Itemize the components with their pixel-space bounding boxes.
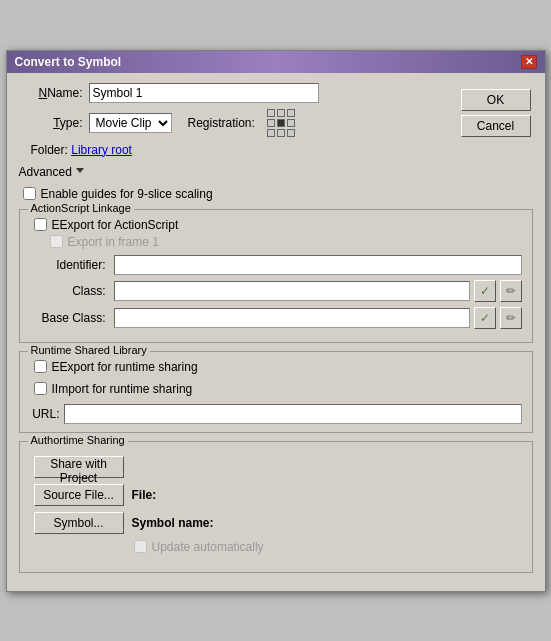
actionscript-group-title: ActionScript Linkage	[28, 202, 134, 214]
ok-button[interactable]: OK	[461, 89, 531, 111]
advanced-toggle[interactable]: Advanced	[19, 165, 533, 179]
dialog-body: NName: Type: Movie Clip Button Graphic R…	[7, 73, 545, 591]
reg-dot-7	[277, 129, 285, 137]
type-select-wrap: Movie Clip Button Graphic Registration:	[89, 109, 295, 137]
symbol-name-label: Symbol name:	[132, 516, 214, 530]
authortime-group: Authortime Sharing Share with Project So…	[19, 441, 533, 573]
close-button[interactable]: ✕	[521, 55, 537, 69]
symbol-button[interactable]: Symbol...	[34, 512, 124, 534]
reg-dot-1	[277, 109, 285, 117]
registration-label: Registration:	[188, 116, 255, 130]
update-auto-row: Update automatically	[34, 540, 518, 554]
runtime-shared-group: Runtime Shared Library EExport for runti…	[19, 351, 533, 433]
base-class-edit-button[interactable]: ✏	[500, 307, 522, 329]
reg-dot-2	[287, 109, 295, 117]
identifier-row: Identifier:	[30, 255, 522, 275]
reg-dot-6	[267, 129, 275, 137]
url-label: URL:	[30, 407, 60, 421]
export-runtime-label: EExport for runtime sharing	[52, 360, 198, 374]
import-runtime-checkbox[interactable]	[34, 382, 47, 395]
dialog-title: Convert to Symbol	[15, 55, 122, 69]
advanced-label: Advanced	[19, 165, 72, 179]
class-label: Class:	[30, 284, 110, 298]
import-runtime-row: IImport for runtime sharing	[30, 382, 522, 396]
update-auto-label: Update automatically	[152, 540, 264, 554]
reg-dot-4	[277, 119, 285, 127]
advanced-arrow-icon	[76, 168, 84, 177]
identifier-label: Identifier:	[30, 258, 110, 272]
name-row: NName:	[19, 83, 453, 103]
authortime-inner: Share with Project Source File... File: …	[30, 450, 522, 566]
url-row: URL:	[30, 404, 522, 424]
source-file-row: Source File... File:	[34, 484, 518, 506]
folder-label: Folder:	[31, 143, 68, 157]
top-section: NName: Type: Movie Clip Button Graphic R…	[19, 83, 533, 165]
base-class-row: Base Class: ✓ ✏	[30, 307, 522, 329]
class-row: Class: ✓ ✏	[30, 280, 522, 302]
class-input[interactable]	[114, 281, 470, 301]
name-input[interactable]	[89, 83, 319, 103]
class-edit-button[interactable]: ✏	[500, 280, 522, 302]
export-as-row: EExport for ActionScript	[30, 218, 522, 232]
convert-to-symbol-dialog: Convert to Symbol ✕ NName: Type: Movie C…	[6, 50, 546, 592]
type-select[interactable]: Movie Clip Button Graphic	[89, 113, 172, 133]
symbol-row: Symbol... Symbol name:	[34, 512, 518, 534]
source-file-button[interactable]: Source File...	[34, 484, 124, 506]
guides-checkbox-row: Enable guides for 9-slice scaling	[19, 187, 533, 201]
export-frame-checkbox[interactable]	[50, 235, 63, 248]
name-label: NName:	[19, 86, 89, 100]
title-bar: Convert to Symbol ✕	[7, 51, 545, 73]
export-as-label: EExport for ActionScript	[52, 218, 179, 232]
actionscript-group: ActionScript Linkage EExport for ActionS…	[19, 209, 533, 343]
folder-link[interactable]: Library root	[71, 143, 132, 157]
type-label: Type:	[19, 116, 89, 130]
type-row: Type: Movie Clip Button Graphic Registra…	[19, 109, 453, 137]
base-class-label: Base Class:	[30, 311, 110, 325]
runtime-shared-title: Runtime Shared Library	[28, 344, 150, 356]
file-label: File:	[132, 488, 157, 502]
reg-dot-3	[267, 119, 275, 127]
update-auto-checkbox[interactable]	[134, 540, 147, 553]
import-runtime-label: IImport for runtime sharing	[52, 382, 193, 396]
guides-label: Enable guides for 9-slice scaling	[41, 187, 213, 201]
authortime-title: Authortime Sharing	[28, 434, 128, 446]
base-class-check-button[interactable]: ✓	[474, 307, 496, 329]
reg-dot-0	[267, 109, 275, 117]
identifier-input[interactable]	[114, 255, 522, 275]
export-runtime-row: EExport for runtime sharing	[30, 360, 522, 374]
export-as-checkbox[interactable]	[34, 218, 47, 231]
cancel-button[interactable]: Cancel	[461, 115, 531, 137]
base-class-input[interactable]	[114, 308, 470, 328]
top-buttons: OK Cancel	[453, 83, 533, 165]
registration-grid[interactable]	[267, 109, 295, 137]
top-form: NName: Type: Movie Clip Button Graphic R…	[19, 83, 453, 165]
export-frame-row: Export in frame 1	[30, 235, 522, 249]
class-check-button[interactable]: ✓	[474, 280, 496, 302]
share-project-row: Share with Project	[34, 456, 518, 478]
guides-checkbox[interactable]	[23, 187, 36, 200]
export-frame-label: Export in frame 1	[68, 235, 159, 249]
reg-dot-8	[287, 129, 295, 137]
export-runtime-checkbox[interactable]	[34, 360, 47, 373]
folder-row: Folder: Library root	[19, 143, 453, 157]
share-project-button[interactable]: Share with Project	[34, 456, 124, 478]
url-input[interactable]	[64, 404, 522, 424]
reg-dot-5	[287, 119, 295, 127]
